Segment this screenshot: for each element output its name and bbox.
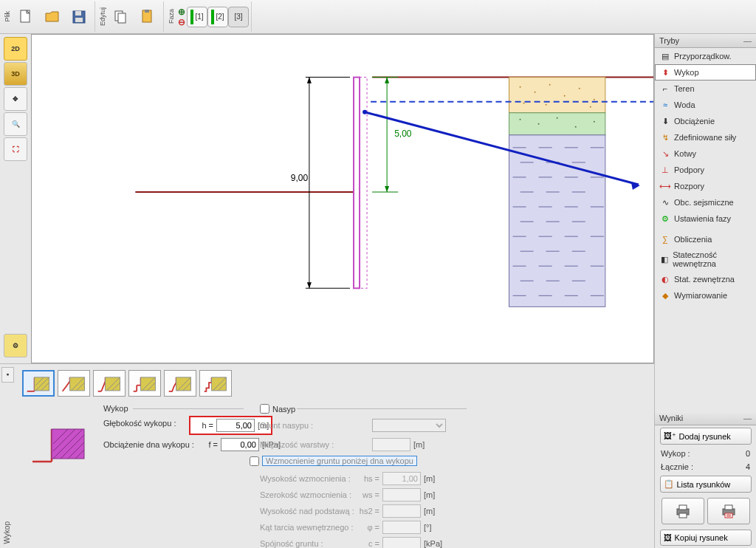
reinforce-label: Wzmocnienie gruntu poniżej dna wykopu [262,456,417,466]
nasyp-checkbox[interactable] [260,404,269,414]
settings-icon: ⚙ [660,213,670,224]
reinf-hab-input[interactable] [382,504,421,518]
add-phase-button[interactable]: ⊕ [178,7,185,17]
open-file-button[interactable] [41,5,64,29]
mode-seismic[interactable]: ∿Obc. sejsmiczne [655,194,756,210]
reinf-h-input[interactable] [382,472,421,485]
add-drawing-button[interactable]: 🖼⁺Dodaj rysunek [660,428,752,445]
coh-input[interactable] [382,537,421,548]
phase-tab-2[interactable]: [2] [207,7,228,27]
mode-stab-int[interactable]: ◧Stateczność wewnętrzna [655,247,756,271]
excav-type-5[interactable] [164,370,196,397]
svg-point-36 [538,123,540,125]
mode-forces[interactable]: ↯Zdefiniowane siły [655,129,756,145]
load-label: Obciążenie dna wykopu : [103,440,194,449]
top-toolbar: Plik Edytuj Faza ⊕ ⊖ [1] [2] [3] [0,0,756,34]
calc-icon: ∑ [660,234,670,244]
print-button[interactable] [662,498,704,524]
zoom-button[interactable]: 🔍 [4,112,27,136]
fieldset-wykop-label: Wykop [103,404,128,413]
load-input[interactable] [221,438,259,451]
drawing-canvas[interactable]: 9,00 5,00 [31,34,654,363]
mode-supports[interactable]: ⊥Podpory [655,162,756,178]
fill-soil-select[interactable] [372,419,446,432]
mode-anchors[interactable]: ↘Kotwy [655,145,756,162]
view-3d-button[interactable]: 3D [4,62,27,86]
remove-phase-button[interactable]: ⊖ [178,17,185,27]
mode-struts[interactable]: ⟷Rozpory [655,178,756,194]
svg-marker-16 [307,282,312,288]
svg-rect-2 [75,11,81,16]
mode-load[interactable]: ⬇Obciążenie [655,113,756,129]
modes-header: Tryby — [655,34,756,48]
anchor-icon: ↘ [660,148,670,159]
phase-tab-3[interactable]: [3] [228,7,249,27]
list-icon: 📋 [664,479,674,489]
save-file-button[interactable] [67,5,91,29]
fill-thick-input[interactable] [372,438,410,451]
depth-input[interactable] [216,419,255,432]
mode-terrain[interactable]: ⌐Teren [655,81,756,97]
left-toolbar: 2D 3D ✥ 🔍 ⛶ ⚙ [0,34,31,363]
list-drawings-button[interactable]: 📋Lista rysunków [660,476,752,493]
svg-point-39 [594,121,595,123]
svg-point-31 [523,103,525,104]
phase-tab-1[interactable]: [1] [187,7,207,27]
side-label: Wykop [1,520,13,545]
reinf-h-label: Wysokość wzmocnienia : [260,474,356,483]
mode-assign[interactable]: ▤Przyporządkow. [655,48,756,64]
mode-stab-ext[interactable]: ◐Stat. zewnętrzna [655,271,756,287]
copy-drawing-button[interactable]: 🖼Kopiuj rysunek [660,530,752,546]
excavation-type-picker [22,370,232,397]
svg-point-27 [549,84,551,86]
copy-drawing-icon: 🖼 [664,533,672,542]
copy-button[interactable] [109,5,133,29]
seismic-icon: ∿ [660,197,670,208]
results-panel: Wyniki — 🖼⁺Dodaj rysunek Wykop :0 Łączni… [655,411,756,548]
corner-tab[interactable]: ▪ [1,367,14,383]
fit-button[interactable]: ⛶ [4,137,27,161]
excav-type-3[interactable] [93,370,126,397]
coh-label: Spójność gruntu : [260,539,356,548]
excav-type-2[interactable] [58,370,90,397]
assign-icon: ▤ [660,51,670,61]
mode-dimensioning[interactable]: ◆Wymiarowanie [655,287,756,304]
reinf-w-label: Szerokość wzmocnienia : [260,490,356,499]
force-icon: ↯ [660,132,670,143]
minimize-modes-button[interactable]: — [743,36,752,45]
right-panel: Tryby — ▤Przyporządkow. ⬍Wykop ⌐Teren ≈W… [654,34,756,548]
dim-excavation: 5,00 [394,129,412,139]
excav-type-6[interactable] [199,370,232,397]
fill-thick-label: Miąższość warstwy : [260,440,369,449]
file-group-label: Plik [2,11,13,22]
view-2d-button[interactable]: 2D [4,37,27,61]
print-color-button[interactable] [707,498,750,524]
fric-input[interactable] [382,521,421,534]
paste-button[interactable] [136,5,159,29]
pan-button[interactable]: ✥ [4,87,27,111]
svg-marker-20 [385,78,389,83]
reinforce-checkbox[interactable] [250,456,259,466]
fieldset-nasyp-label: Nasyp [272,405,295,414]
mode-calc[interactable]: ∑Obliczenia [655,231,756,247]
edit-group-label: Edytuj [97,7,108,26]
svg-point-30 [594,99,595,100]
minimize-results-button[interactable]: — [743,414,752,422]
mode-phase-settings[interactable]: ⚙Ustawienia fazy [655,210,756,227]
svg-point-34 [590,106,591,108]
excav-type-1[interactable] [22,370,55,397]
terrain-icon: ⌐ [660,83,670,94]
svg-point-26 [535,92,536,93]
bottom-panel: ▪ Wykop Wykop Głębokość wykopu : h = [m] [0,363,654,548]
excav-type-4[interactable] [128,370,161,397]
new-file-button[interactable] [14,5,38,29]
add-drawing-icon: 🖼⁺ [664,431,676,441]
settings-button[interactable]: ⚙ [4,334,27,357]
svg-rect-84 [679,505,687,510]
depth-symbol: h = [193,421,213,430]
svg-rect-7 [145,10,149,13]
strut-icon: ⟷ [660,181,670,191]
mode-excavation[interactable]: ⬍Wykop [655,64,756,81]
reinf-w-input[interactable] [382,488,421,501]
mode-water[interactable]: ≈Woda [655,97,756,113]
